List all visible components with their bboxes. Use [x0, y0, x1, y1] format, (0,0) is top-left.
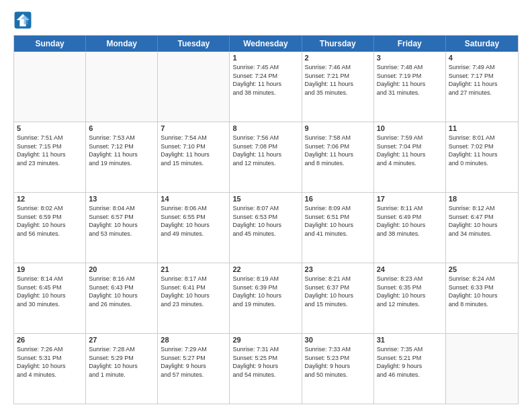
day-header-saturday: Saturday: [446, 36, 518, 52]
day-info: Sunrise: 7:29 AM Sunset: 5:27 PM Dayligh…: [161, 345, 226, 379]
empty-cell: [446, 334, 518, 404]
day-number: 30: [305, 336, 371, 344]
header: [13, 11, 519, 30]
week-row-1: 1Sunrise: 7:45 AM Sunset: 7:24 PM Daylig…: [14, 52, 518, 122]
day-number: 21: [161, 265, 226, 273]
day-info: Sunrise: 8:14 AM Sunset: 6:45 PM Dayligh…: [17, 275, 83, 308]
day-cell-11: 11Sunrise: 8:01 AM Sunset: 7:02 PM Dayli…: [446, 122, 518, 192]
day-cell-25: 25Sunrise: 8:24 AM Sunset: 6:33 PM Dayli…: [446, 263, 518, 333]
day-cell-26: 26Sunrise: 7:26 AM Sunset: 5:31 PM Dayli…: [14, 334, 86, 404]
day-info: Sunrise: 7:28 AM Sunset: 5:29 PM Dayligh…: [89, 345, 154, 379]
day-cell-13: 13Sunrise: 8:04 AM Sunset: 6:57 PM Dayli…: [86, 193, 158, 263]
empty-cell: [158, 52, 230, 122]
day-number: 7: [161, 124, 226, 132]
day-number: 14: [161, 195, 226, 203]
day-cell-10: 10Sunrise: 7:59 AM Sunset: 7:04 PM Dayli…: [374, 122, 446, 192]
day-info: Sunrise: 8:23 AM Sunset: 6:35 PM Dayligh…: [377, 275, 443, 308]
week-row-4: 19Sunrise: 8:14 AM Sunset: 6:45 PM Dayli…: [14, 263, 518, 333]
calendar-body: 1Sunrise: 7:45 AM Sunset: 7:24 PM Daylig…: [14, 52, 518, 404]
day-cell-18: 18Sunrise: 8:12 AM Sunset: 6:47 PM Dayli…: [446, 193, 518, 263]
day-info: Sunrise: 8:19 AM Sunset: 6:39 PM Dayligh…: [232, 275, 298, 308]
day-cell-1: 1Sunrise: 7:45 AM Sunset: 7:24 PM Daylig…: [230, 52, 302, 122]
day-info: Sunrise: 7:33 AM Sunset: 5:23 PM Dayligh…: [305, 345, 371, 379]
empty-cell: [86, 52, 158, 122]
day-info: Sunrise: 7:35 AM Sunset: 5:21 PM Dayligh…: [377, 345, 443, 379]
day-cell-17: 17Sunrise: 8:11 AM Sunset: 6:49 PM Dayli…: [374, 193, 446, 263]
day-info: Sunrise: 7:45 AM Sunset: 7:24 PM Dayligh…: [232, 63, 298, 97]
day-cell-7: 7Sunrise: 7:54 AM Sunset: 7:10 PM Daylig…: [158, 122, 230, 192]
day-cell-9: 9Sunrise: 7:58 AM Sunset: 7:06 PM Daylig…: [302, 122, 374, 192]
day-cell-23: 23Sunrise: 8:21 AM Sunset: 6:37 PM Dayli…: [302, 263, 374, 333]
day-number: 10: [377, 124, 443, 132]
day-cell-8: 8Sunrise: 7:56 AM Sunset: 7:08 PM Daylig…: [230, 122, 302, 192]
day-info: Sunrise: 8:17 AM Sunset: 6:41 PM Dayligh…: [161, 275, 226, 308]
day-number: 26: [17, 336, 83, 344]
day-number: 12: [17, 195, 83, 203]
day-header-sunday: Sunday: [14, 36, 86, 52]
day-number: 31: [377, 336, 443, 344]
day-number: 5: [17, 124, 83, 132]
day-info: Sunrise: 7:49 AM Sunset: 7:17 PM Dayligh…: [449, 63, 515, 97]
day-number: 20: [89, 265, 154, 273]
day-number: 4: [449, 54, 515, 62]
week-row-5: 26Sunrise: 7:26 AM Sunset: 5:31 PM Dayli…: [14, 333, 518, 404]
day-cell-29: 29Sunrise: 7:31 AM Sunset: 5:25 PM Dayli…: [230, 334, 302, 404]
week-row-3: 12Sunrise: 8:02 AM Sunset: 6:59 PM Dayli…: [14, 192, 518, 263]
day-info: Sunrise: 8:04 AM Sunset: 6:57 PM Dayligh…: [89, 204, 154, 238]
day-info: Sunrise: 7:51 AM Sunset: 7:15 PM Dayligh…: [17, 134, 83, 167]
day-cell-3: 3Sunrise: 7:48 AM Sunset: 7:19 PM Daylig…: [374, 52, 446, 122]
day-info: Sunrise: 7:58 AM Sunset: 7:06 PM Dayligh…: [305, 134, 371, 167]
day-number: 22: [232, 265, 298, 273]
calendar-header: SundayMondayTuesdayWednesdayThursdayFrid…: [14, 36, 518, 52]
day-info: Sunrise: 8:16 AM Sunset: 6:43 PM Dayligh…: [89, 275, 154, 308]
day-header-tuesday: Tuesday: [158, 36, 230, 52]
day-number: 18: [449, 195, 515, 203]
day-header-wednesday: Wednesday: [230, 36, 302, 52]
day-cell-5: 5Sunrise: 7:51 AM Sunset: 7:15 PM Daylig…: [14, 122, 86, 192]
day-cell-15: 15Sunrise: 8:07 AM Sunset: 6:53 PM Dayli…: [230, 193, 302, 263]
day-cell-16: 16Sunrise: 8:09 AM Sunset: 6:51 PM Dayli…: [302, 193, 374, 263]
day-cell-19: 19Sunrise: 8:14 AM Sunset: 6:45 PM Dayli…: [14, 263, 86, 333]
day-info: Sunrise: 8:02 AM Sunset: 6:59 PM Dayligh…: [17, 204, 83, 238]
day-number: 24: [377, 265, 443, 273]
day-cell-24: 24Sunrise: 8:23 AM Sunset: 6:35 PM Dayli…: [374, 263, 446, 333]
logo: [13, 11, 34, 30]
day-number: 3: [377, 54, 443, 62]
day-header-friday: Friday: [374, 36, 446, 52]
day-header-thursday: Thursday: [302, 36, 374, 52]
empty-cell: [14, 52, 86, 122]
day-info: Sunrise: 7:26 AM Sunset: 5:31 PM Dayligh…: [17, 345, 83, 379]
day-number: 16: [305, 195, 371, 203]
day-info: Sunrise: 7:53 AM Sunset: 7:12 PM Dayligh…: [89, 134, 154, 167]
day-number: 28: [161, 336, 226, 344]
day-info: Sunrise: 8:21 AM Sunset: 6:37 PM Dayligh…: [305, 275, 371, 308]
page: SundayMondayTuesdayWednesdayThursdayFrid…: [0, 0, 532, 411]
day-cell-27: 27Sunrise: 7:28 AM Sunset: 5:29 PM Dayli…: [86, 334, 158, 404]
day-cell-31: 31Sunrise: 7:35 AM Sunset: 5:21 PM Dayli…: [374, 334, 446, 404]
day-number: 15: [232, 195, 298, 203]
day-cell-22: 22Sunrise: 8:19 AM Sunset: 6:39 PM Dayli…: [230, 263, 302, 333]
day-number: 25: [449, 265, 515, 273]
day-number: 11: [449, 124, 515, 132]
day-cell-6: 6Sunrise: 7:53 AM Sunset: 7:12 PM Daylig…: [86, 122, 158, 192]
day-number: 13: [89, 195, 154, 203]
day-info: Sunrise: 8:12 AM Sunset: 6:47 PM Dayligh…: [449, 204, 515, 238]
day-number: 9: [305, 124, 371, 132]
day-cell-20: 20Sunrise: 8:16 AM Sunset: 6:43 PM Dayli…: [86, 263, 158, 333]
day-info: Sunrise: 8:06 AM Sunset: 6:55 PM Dayligh…: [161, 204, 226, 238]
day-number: 23: [305, 265, 371, 273]
day-number: 17: [377, 195, 443, 203]
day-info: Sunrise: 7:56 AM Sunset: 7:08 PM Dayligh…: [232, 134, 298, 167]
day-number: 2: [305, 54, 371, 62]
day-info: Sunrise: 7:59 AM Sunset: 7:04 PM Dayligh…: [377, 134, 443, 167]
day-number: 1: [232, 54, 298, 62]
day-number: 19: [17, 265, 83, 273]
day-number: 8: [232, 124, 298, 132]
calendar: SundayMondayTuesdayWednesdayThursdayFrid…: [13, 35, 519, 404]
day-number: 6: [89, 124, 154, 132]
day-info: Sunrise: 8:01 AM Sunset: 7:02 PM Dayligh…: [449, 134, 515, 167]
day-number: 27: [89, 336, 154, 344]
day-info: Sunrise: 8:11 AM Sunset: 6:49 PM Dayligh…: [377, 204, 443, 238]
logo-icon: [13, 11, 32, 30]
day-info: Sunrise: 8:24 AM Sunset: 6:33 PM Dayligh…: [449, 275, 515, 308]
